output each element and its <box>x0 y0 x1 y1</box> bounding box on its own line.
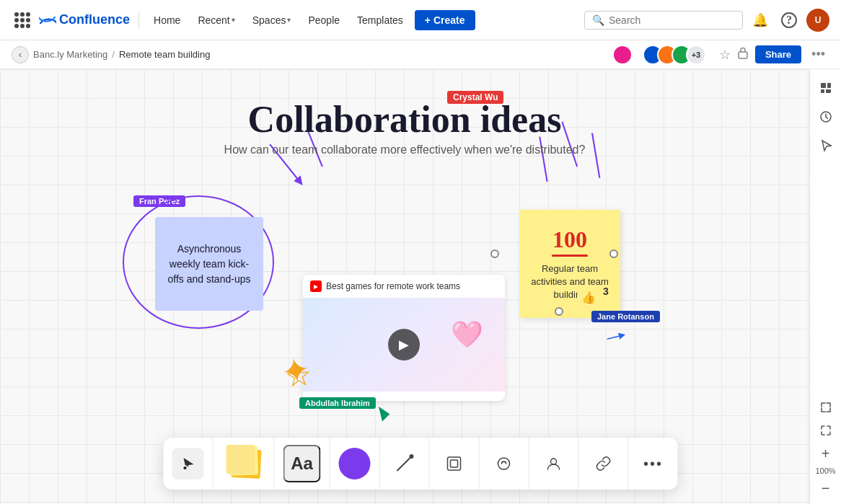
thumbs-up-reaction[interactable]: 👍 <box>577 286 600 309</box>
video-title-bar: Best games for remote work teams <box>303 275 505 298</box>
nav-people[interactable]: People <box>302 12 345 29</box>
frame-tool-button[interactable] <box>439 448 470 479</box>
user-avatar[interactable]: U <box>806 9 829 32</box>
link-tool-icon <box>596 456 612 472</box>
sticky-note-tool-button[interactable] <box>222 448 265 479</box>
panel-history-icon[interactable] <box>813 104 839 130</box>
svg-point-19 <box>498 458 510 469</box>
toolbar-link-section <box>579 438 629 490</box>
fran-perez-cursor-label: Fran Perez <box>133 195 185 207</box>
collaborator-avatars-2[interactable]: +3 <box>643 45 706 65</box>
breadcrumb-bar: ‹ Banc.ly Marketing / Remote team buildi… <box>0 40 841 69</box>
cursor-icon <box>819 139 832 152</box>
recent-chevron-icon: ▾ <box>232 16 235 24</box>
play-button[interactable]: ▶ <box>388 329 420 361</box>
panel-layout-icon[interactable] <box>813 75 839 101</box>
text-tool-button[interactable]: Aa <box>283 445 321 482</box>
grid-icon <box>14 12 30 28</box>
svg-point-20 <box>502 461 503 463</box>
toolbar-more-section: ••• <box>629 438 678 490</box>
star-button[interactable]: ☆ <box>719 47 731 63</box>
line-tool-button[interactable] <box>389 448 420 479</box>
svg-point-14 <box>183 466 188 470</box>
toolbar-line-section <box>380 438 430 490</box>
svg-point-22 <box>551 459 557 464</box>
connection-dot-1 <box>490 249 499 258</box>
svg-line-15 <box>397 456 412 471</box>
bottom-toolbar: Aa <box>164 438 678 490</box>
breadcrumb-back-button[interactable]: ‹ <box>12 46 29 63</box>
nav-home[interactable]: Home <box>148 12 186 29</box>
fran-sticky-note[interactable]: Asynchronous weekly team kick-offs and s… <box>155 217 263 311</box>
line-tool-icon <box>392 451 418 477</box>
svg-point-21 <box>505 461 506 463</box>
svg-rect-10 <box>827 83 831 88</box>
app-switcher-button[interactable] <box>12 9 33 31</box>
notifications-button[interactable]: 🔔 <box>749 9 772 32</box>
abdullah-cursor-label: Abdullah Ibrahim <box>299 397 376 409</box>
user-tool-button[interactable] <box>538 448 570 479</box>
toolbar-sticky-section <box>213 438 275 490</box>
sticky-note-icon <box>224 445 264 482</box>
right-panel: + 100% − <box>809 69 841 504</box>
create-button[interactable]: + Create <box>415 10 475 30</box>
search-icon: 🔍 <box>592 14 604 26</box>
toolbar-select-section <box>164 438 213 490</box>
panel-cursor-icon[interactable] <box>813 133 839 159</box>
zoom-in-button[interactable]: + <box>816 443 836 464</box>
video-thumbnail[interactable]: 🩷 ▶ <box>303 298 505 392</box>
breadcrumb-parent[interactable]: Banc.ly Marketing <box>33 49 107 60</box>
zoom-fit-button[interactable] <box>816 420 836 441</box>
thumbs-count: 3 <box>603 286 609 297</box>
score-value: 100 <box>552 226 587 253</box>
breadcrumb-separator: / <box>112 49 115 60</box>
heart-decoration: 🩷 <box>451 319 483 350</box>
nav-spaces[interactable]: Spaces ▾ <box>247 12 297 29</box>
video-card[interactable]: Best games for remote work teams 🩷 ▶ <box>303 275 505 401</box>
help-button[interactable]: ? <box>778 9 801 32</box>
toolbar-smart-section <box>480 438 529 490</box>
layout-icon <box>819 81 832 94</box>
svg-rect-17 <box>448 457 461 470</box>
zoom-expand-button[interactable] <box>816 397 836 417</box>
link-tool-button[interactable] <box>588 448 620 479</box>
jane-rotanson-cursor-label: Jane Rotanson <box>591 311 660 322</box>
search-box[interactable]: 🔍 <box>584 11 743 30</box>
clock-icon <box>819 110 832 123</box>
toolbar-shape-section <box>330 438 380 490</box>
zoom-out-button[interactable]: − <box>816 478 836 498</box>
score-sticky-note[interactable]: 100 Regular team activities and team bui… <box>519 210 620 318</box>
breadcrumb-current: Remote team building <box>119 49 210 60</box>
page-subtitle: How can our team collaborate more effect… <box>224 143 586 156</box>
frame-icon <box>446 456 462 472</box>
avatar-count: +3 <box>686 45 706 65</box>
more-actions-button[interactable]: ••• <box>807 44 829 65</box>
smart-tool-button[interactable] <box>488 448 520 479</box>
search-input[interactable] <box>609 14 724 26</box>
shape-icon <box>339 448 371 479</box>
connection-dot-3 <box>555 307 563 316</box>
page-title-area: Collaboration ideas How can our team col… <box>224 98 586 156</box>
chevron-left-icon: ‹ <box>19 50 22 60</box>
share-button[interactable]: Share <box>755 45 801 63</box>
connection-dot-2 <box>609 249 618 258</box>
fit-icon <box>820 425 832 436</box>
svg-rect-0 <box>739 52 747 58</box>
logo[interactable]: Confluence <box>39 12 130 29</box>
svg-rect-9 <box>821 83 826 88</box>
nav-recent[interactable]: Recent ▾ <box>192 12 240 29</box>
select-tool-button[interactable] <box>172 448 204 479</box>
score-underline <box>552 255 588 257</box>
collaborator-avatars[interactable] <box>612 45 633 65</box>
more-tools-button[interactable]: ••• <box>638 448 669 479</box>
svg-rect-18 <box>451 460 458 467</box>
nav-templates[interactable]: Templates <box>351 12 409 29</box>
restrict-button[interactable] <box>736 46 749 63</box>
smart-tool-icon <box>496 456 512 472</box>
confluence-logo-icon <box>39 12 56 29</box>
canvas-area: Crystal Wu Collaboration ideas How can o… <box>0 69 841 504</box>
user-tool-icon <box>546 456 562 472</box>
shape-tool-button[interactable] <box>339 448 371 479</box>
svg-rect-12 <box>826 89 831 93</box>
nav-divider <box>138 12 139 29</box>
